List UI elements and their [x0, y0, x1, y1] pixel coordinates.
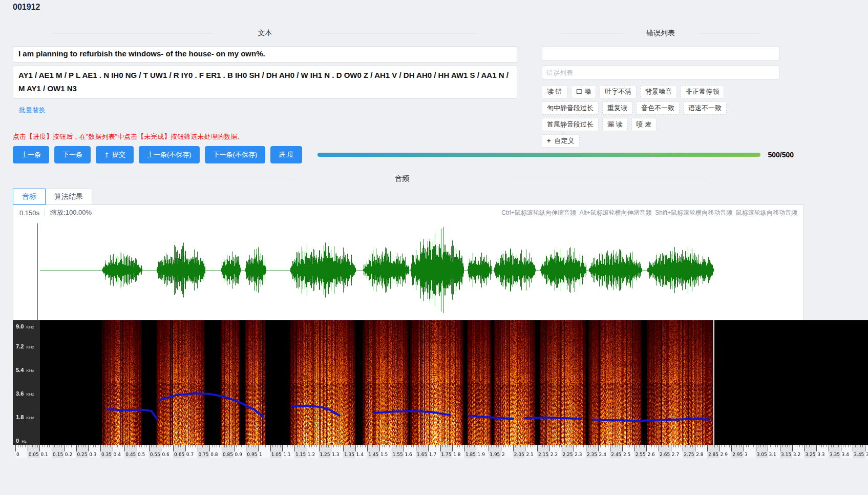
- error-tag[interactable]: 口 噪: [571, 85, 597, 98]
- frequency-label: 0Hz: [13, 436, 40, 445]
- frequency-label: 5.4KHz: [13, 365, 40, 374]
- error-tag[interactable]: 读 错: [542, 85, 567, 98]
- time-axis-ruler[interactable]: [13, 445, 868, 458]
- audio-section-header: 音频: [0, 174, 804, 183]
- frequency-axis: 9.0KHz7.2KHz5.4KHz3.6KHz1.8KHz0Hz: [13, 320, 40, 445]
- toolbar: 上一条下一条↥提交上一条(不保存)下一条(不保存)进 度 500/500: [13, 146, 794, 163]
- divider-line: [511, 179, 707, 179]
- error-section-header: 错误列表: [542, 29, 779, 38]
- error-tags: 读 错口 噪吐字不清背景噪音非正常停顿句中静音段过长重复读音色不一致语速不一致首…: [542, 85, 779, 131]
- button-label: 上一条(不保存): [147, 150, 192, 159]
- frequency-label: 9.0KHz: [13, 321, 40, 331]
- sentence-input[interactable]: I am planning to refurbish the windows- …: [13, 46, 517, 63]
- submit-button[interactable]: ↥提交: [96, 146, 134, 163]
- spectrogram-canvas[interactable]: [13, 320, 868, 445]
- frequency-label: 7.2KHz: [13, 341, 40, 350]
- error-list-panel: 错误列表 读 错口 噪吐字不清背景噪音非正常停顿句中静音段过长重复读音色不一致语…: [542, 29, 779, 148]
- error-tag[interactable]: 重复读: [602, 101, 632, 115]
- progress-count: 500/500: [768, 151, 794, 159]
- error-section-title: 错误列表: [642, 29, 679, 38]
- tab-algorithm-result[interactable]: 算法结果: [45, 189, 92, 205]
- button-label: 下一条: [62, 150, 82, 159]
- audio-section-title: 音频: [391, 174, 413, 183]
- prev-button[interactable]: 上一条: [13, 146, 49, 163]
- next-button[interactable]: 下一条: [54, 146, 91, 163]
- progress-button[interactable]: 进 度: [270, 146, 302, 163]
- text-panel: 文本 I am planning to refurbish the window…: [13, 29, 517, 115]
- prev-no-save-button[interactable]: 上一条(不保存): [139, 146, 200, 163]
- error-tag[interactable]: 首尾静音段过长: [542, 118, 599, 131]
- divider-line: [698, 33, 760, 34]
- button-label: 上一条: [21, 150, 41, 159]
- upload-icon: ↥: [104, 152, 110, 158]
- error-tag[interactable]: 吐字不清: [600, 85, 637, 98]
- error-tag[interactable]: 句中静音段过长: [542, 101, 599, 115]
- error-tag[interactable]: 漏 读: [602, 118, 628, 131]
- divider-line: [54, 33, 213, 34]
- batch-replace-link[interactable]: 批量替换: [19, 106, 46, 115]
- toolbar-buttons: 上一条下一条↥提交上一条(不保存)下一条(不保存)进 度: [13, 146, 302, 163]
- text-section-title: 文本: [254, 29, 277, 38]
- spectrogram-panel: 9.0KHz7.2KHz5.4KHz3.6KHz1.8KHz0Hz: [13, 320, 868, 445]
- next-no-save-button[interactable]: 下一条(不保存): [205, 146, 266, 163]
- tab-phoneme[interactable]: 音标: [13, 189, 46, 205]
- error-tag[interactable]: 语速不一致: [683, 101, 727, 115]
- phoneme-input[interactable]: AY1 / AE1 M / P L AE1 . N IH0 NG / T UW1…: [13, 66, 517, 99]
- error-list-input[interactable]: [542, 66, 779, 79]
- error-display-input[interactable]: [542, 47, 779, 61]
- button-label: 进 度: [279, 150, 294, 159]
- divider-line: [45, 209, 45, 216]
- cursor-time: 0.150s: [19, 209, 39, 217]
- frequency-label: 1.8KHz: [13, 412, 40, 421]
- audio-annotation-app: 001912 文本 I am planning to refurbish the…: [0, 0, 868, 495]
- mouse-wheel-hints: Ctrl+鼠标滚轮纵向伸缩音频 Alt+鼠标滚轮横向伸缩音频 Shift+鼠标滚…: [501, 209, 797, 217]
- progress-bar: [317, 153, 761, 157]
- frequency-label: 3.6KHz: [13, 388, 40, 398]
- waveform-canvas[interactable]: [13, 220, 803, 320]
- audio-tabs: 音标 算法结果: [13, 189, 92, 205]
- error-tag[interactable]: 喷 麦: [631, 118, 657, 131]
- zoom-level: 缩放:100.00%: [50, 208, 92, 217]
- plus-icon: +: [547, 137, 551, 145]
- divider-line: [561, 33, 623, 34]
- divider-line: [97, 179, 293, 179]
- instruction-text: 点击【进度】按钮后，在"数据列表"中点击【未完成】按钮筛选未处理的数据。: [13, 132, 244, 141]
- audio-panel: 0.150s 缩放:100.00% Ctrl+鼠标滚轮纵向伸缩音频 Alt+鼠标…: [13, 204, 804, 320]
- error-tag[interactable]: 背景噪音: [640, 85, 677, 98]
- page-id: 001912: [13, 3, 40, 12]
- button-label: 下一条(不保存): [213, 150, 258, 159]
- text-section-header: 文本: [13, 29, 517, 38]
- error-tag[interactable]: 音色不一致: [636, 101, 680, 115]
- button-label: 提交: [112, 150, 125, 159]
- audio-info-line: 0.150s 缩放:100.00% Ctrl+鼠标滚轮纵向伸缩音频 Alt+鼠标…: [13, 205, 803, 220]
- divider-line: [317, 33, 477, 34]
- custom-error-label: 自定义: [555, 137, 575, 145]
- error-tag[interactable]: 非正常停顿: [681, 85, 724, 98]
